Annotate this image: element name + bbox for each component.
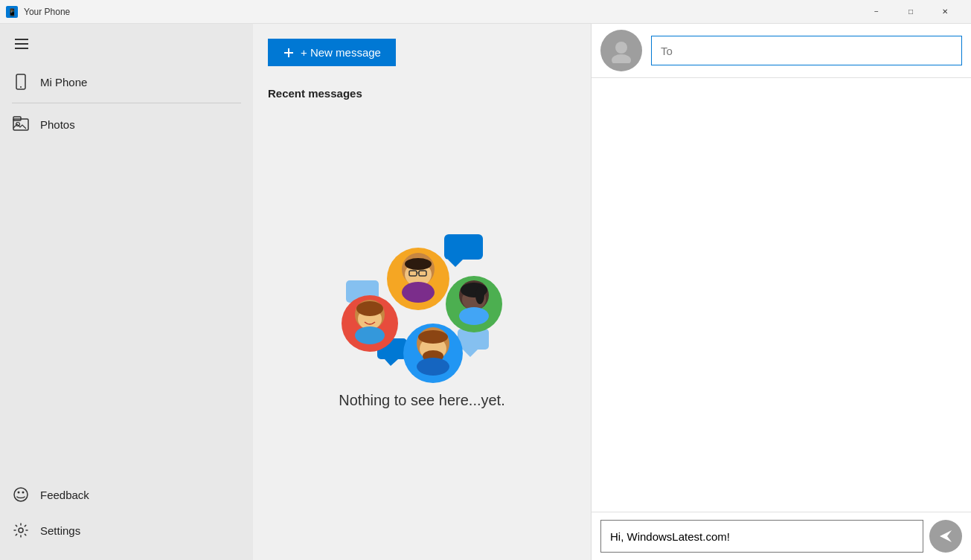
svg-point-38 xyxy=(356,301,383,316)
app-title: Your Phone xyxy=(24,7,70,17)
sidebar-item-mi-phone[interactable]: Mi Phone xyxy=(0,64,253,100)
chat-input-bar xyxy=(592,512,971,560)
app-icon: 📱 xyxy=(6,6,18,18)
svg-point-28 xyxy=(402,282,435,303)
message-input[interactable] xyxy=(600,520,923,553)
messages-empty-state: Nothing to see here...yet. xyxy=(253,100,591,560)
sidebar-item-settings[interactable]: Settings xyxy=(0,512,253,548)
to-input[interactable] xyxy=(651,36,962,65)
sidebar-label-feedback: Feedback xyxy=(40,489,89,501)
avatars-illustration xyxy=(310,221,533,392)
title-bar-controls: − □ ✕ xyxy=(859,0,962,24)
svg-point-27 xyxy=(405,258,432,270)
title-bar: 📱 Your Phone − □ ✕ xyxy=(0,0,971,24)
sidebar-item-feedback[interactable]: Feedback xyxy=(0,477,253,512)
feedback-icon xyxy=(12,486,30,503)
recipient-avatar xyxy=(600,30,642,71)
app-body: Mi Phone Photos xyxy=(0,24,971,560)
svg-marker-18 xyxy=(385,359,398,366)
svg-point-3 xyxy=(20,86,22,88)
plus-icon xyxy=(283,47,295,59)
svg-point-7 xyxy=(14,488,28,501)
phone-icon xyxy=(12,73,30,91)
svg-marker-14 xyxy=(448,260,463,267)
svg-text:📱: 📱 xyxy=(7,7,17,17)
hamburger-button[interactable] xyxy=(12,36,31,52)
new-message-label: + New message xyxy=(301,46,381,59)
svg-point-10 xyxy=(19,528,23,532)
sidebar: Mi Phone Photos xyxy=(0,24,253,560)
new-message-button[interactable]: + New message xyxy=(268,39,396,66)
empty-state-text: Nothing to see here...yet. xyxy=(339,392,504,409)
svg-point-45 xyxy=(417,358,449,376)
svg-marker-20 xyxy=(463,350,478,357)
sidebar-label-mi-phone: Mi Phone xyxy=(40,76,87,88)
photos-icon xyxy=(12,115,30,133)
sidebar-top xyxy=(0,24,253,58)
messages-panel: + New message Recent messages xyxy=(253,24,592,560)
title-bar-left: 📱 Your Phone xyxy=(6,6,70,18)
svg-point-39 xyxy=(355,326,385,344)
sidebar-divider xyxy=(12,103,241,103)
sidebar-bottom: Feedback Settings xyxy=(0,477,253,560)
svg-point-47 xyxy=(612,54,631,63)
send-icon xyxy=(938,529,953,544)
sidebar-nav: Mi Phone Photos xyxy=(0,58,253,477)
chat-messages-area xyxy=(592,78,971,512)
recent-messages-label: Recent messages xyxy=(253,75,591,100)
hamburger-line-3 xyxy=(15,48,28,49)
messages-header: + New message xyxy=(253,24,591,75)
svg-point-8 xyxy=(18,492,20,494)
svg-point-46 xyxy=(615,42,627,54)
settings-icon xyxy=(12,521,30,539)
maximize-button[interactable]: □ xyxy=(894,0,928,24)
hamburger-line-2 xyxy=(15,43,28,45)
chat-recipient-bar xyxy=(592,24,971,78)
send-button[interactable] xyxy=(929,520,962,553)
sidebar-label-settings: Settings xyxy=(40,524,80,537)
hamburger-line-1 xyxy=(15,39,28,40)
close-button[interactable]: ✕ xyxy=(928,0,962,24)
sidebar-item-photos[interactable]: Photos xyxy=(0,106,253,142)
sidebar-label-photos: Photos xyxy=(40,118,75,131)
svg-point-9 xyxy=(22,492,25,494)
svg-rect-13 xyxy=(444,234,483,260)
svg-point-44 xyxy=(418,330,448,344)
person-icon xyxy=(609,38,634,63)
minimize-button[interactable]: − xyxy=(859,0,894,24)
svg-point-34 xyxy=(459,307,489,325)
chat-area xyxy=(592,24,971,560)
svg-point-33 xyxy=(475,286,484,304)
